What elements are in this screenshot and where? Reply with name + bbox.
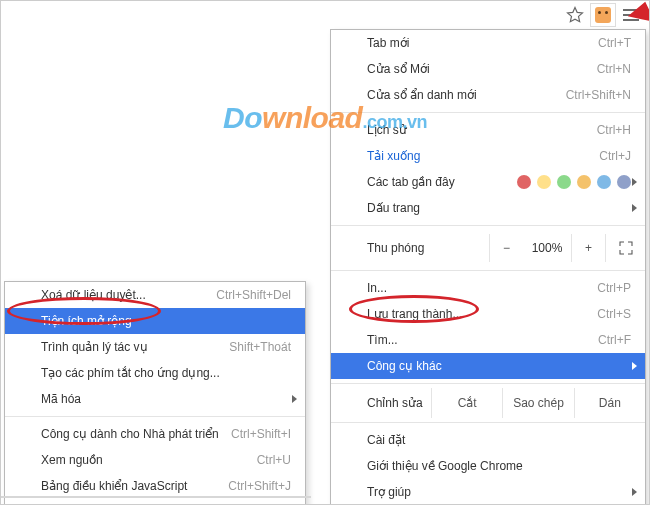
submenu-encoding[interactable]: Mã hóa (5, 386, 305, 412)
menu-find[interactable]: Tìm...Ctrl+F (331, 327, 645, 353)
extension-icon[interactable] (590, 3, 616, 27)
separator (331, 225, 645, 226)
submenu-task-manager[interactable]: Trình quản lý tác vụShift+Thoát (5, 334, 305, 360)
submenu-dev-tools[interactable]: Công cụ dành cho Nhà phát triểnCtrl+Shif… (5, 421, 305, 447)
menu-settings[interactable]: Cài đặt (331, 427, 645, 453)
separator (331, 270, 645, 271)
submenu-clear-data[interactable]: Xoá dữ liệu duyệt...Ctrl+Shift+Del (5, 282, 305, 308)
watermark: Download.com.vn (223, 101, 427, 135)
submenu-view-source[interactable]: Xem nguồnCtrl+U (5, 447, 305, 473)
chevron-right-icon (632, 488, 637, 496)
separator (5, 416, 305, 417)
submenu-extensions[interactable]: Tiện ích mở rộng (5, 308, 305, 334)
menu-help[interactable]: Trợ giúp (331, 479, 645, 505)
chevron-right-icon (292, 395, 297, 403)
submenu-inspect-devices[interactable]: Kiểm tra Thiết bị (5, 499, 305, 505)
bookmark-star-icon[interactable] (562, 3, 588, 27)
recent-tabs-dots (517, 175, 631, 189)
fullscreen-button[interactable] (605, 234, 645, 262)
menu-new-tab[interactable]: Tab mớiCtrl+T (331, 30, 645, 56)
menu-zoom: Thu phóng − 100% + (331, 230, 645, 266)
chevron-right-icon (632, 178, 637, 186)
hamburger-icon (623, 9, 639, 21)
edit-paste[interactable]: Dán (574, 388, 645, 418)
zoom-value: 100% (523, 241, 571, 255)
menu-downloads[interactable]: Tải xuốngCtrl+J (331, 143, 645, 169)
menu-recent-tabs[interactable]: Các tab gần đây (331, 169, 645, 195)
menu-print[interactable]: In...Ctrl+P (331, 275, 645, 301)
zoom-in-button[interactable]: + (571, 234, 605, 262)
chevron-right-icon (632, 362, 637, 370)
menu-edit-row: Chỉnh sửa Cắt Sao chép Dán (331, 388, 645, 418)
edit-cut[interactable]: Cắt (431, 388, 502, 418)
menu-new-window[interactable]: Cửa sổ MớiCtrl+N (331, 56, 645, 82)
edit-copy[interactable]: Sao chép (502, 388, 573, 418)
more-tools-submenu: Xoá dữ liệu duyệt...Ctrl+Shift+Del Tiện … (4, 281, 306, 505)
hamburger-menu-button[interactable] (618, 3, 644, 27)
chevron-right-icon (632, 204, 637, 212)
menu-about[interactable]: Giới thiệu về Google Chrome (331, 453, 645, 479)
zoom-out-button[interactable]: − (489, 234, 523, 262)
submenu-create-shortcuts[interactable]: Tạo các phím tắt cho ứng dụng... (5, 360, 305, 386)
menu-save-as[interactable]: Lưu trang thành...Ctrl+S (331, 301, 645, 327)
menu-bookmarks[interactable]: Dấu trang (331, 195, 645, 221)
separator (331, 383, 645, 384)
shadow (1, 496, 311, 498)
menu-more-tools[interactable]: Công cụ khác (331, 353, 645, 379)
separator (331, 422, 645, 423)
